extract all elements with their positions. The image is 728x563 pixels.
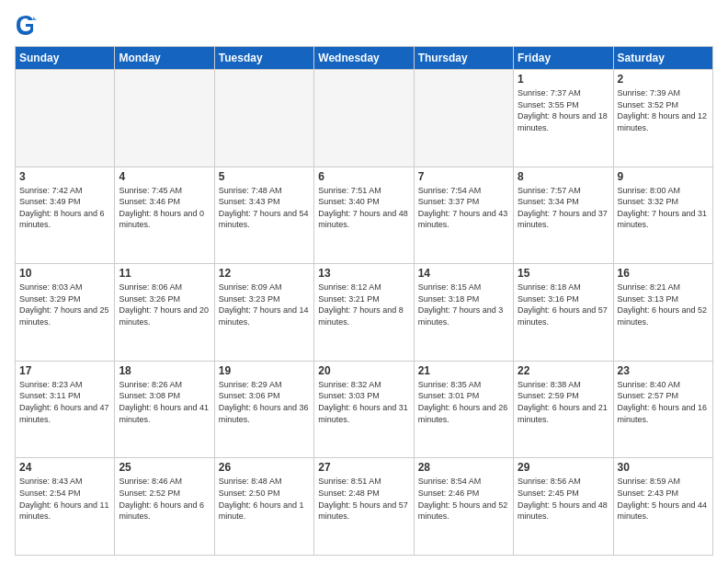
day-number: 30 — [618, 461, 709, 474]
day-info: Sunrise: 7:51 AM Sunset: 3:40 PM Dayligh… — [318, 185, 409, 231]
calendar-cell: 19Sunrise: 8:29 AM Sunset: 3:06 PM Dayli… — [214, 361, 313, 458]
weekday-header-row: SundayMondayTuesdayWednesdayThursdayFrid… — [16, 47, 713, 70]
day-info: Sunrise: 8:32 AM Sunset: 3:03 PM Dayligh… — [318, 379, 409, 425]
calendar-cell: 26Sunrise: 8:48 AM Sunset: 2:50 PM Dayli… — [214, 458, 313, 556]
day-number: 28 — [418, 461, 509, 474]
day-info: Sunrise: 8:12 AM Sunset: 3:21 PM Dayligh… — [318, 282, 409, 327]
weekday-header-sunday: Sunday — [16, 47, 115, 70]
calendar-week-5: 24Sunrise: 8:43 AM Sunset: 2:54 PM Dayli… — [16, 458, 713, 556]
day-info: Sunrise: 7:42 AM Sunset: 3:49 PM Dayligh… — [19, 185, 110, 231]
calendar-cell: 15Sunrise: 8:18 AM Sunset: 3:16 PM Dayli… — [514, 264, 613, 362]
day-number: 26 — [219, 461, 310, 474]
day-info: Sunrise: 8:40 AM Sunset: 2:57 PM Dayligh… — [618, 379, 709, 425]
day-number: 18 — [119, 364, 210, 377]
day-number: 20 — [318, 364, 409, 377]
calendar-cell — [115, 70, 214, 167]
day-number: 2 — [618, 73, 709, 86]
header — [15, 11, 713, 39]
calendar-cell: 28Sunrise: 8:54 AM Sunset: 2:46 PM Dayli… — [414, 458, 513, 556]
day-number: 7 — [418, 170, 509, 183]
calendar-cell: 22Sunrise: 8:38 AM Sunset: 2:59 PM Dayli… — [514, 361, 613, 458]
day-number: 25 — [119, 461, 210, 474]
logo-icon — [15, 11, 37, 39]
day-info: Sunrise: 8:06 AM Sunset: 3:26 PM Dayligh… — [119, 282, 210, 327]
day-number: 27 — [318, 461, 409, 474]
day-number: 12 — [219, 267, 310, 280]
day-number: 9 — [618, 170, 709, 183]
calendar-cell: 9Sunrise: 8:00 AM Sunset: 3:32 PM Daylig… — [613, 167, 712, 264]
calendar-cell: 24Sunrise: 8:43 AM Sunset: 2:54 PM Dayli… — [16, 458, 115, 556]
logo — [15, 11, 40, 39]
calendar-cell: 11Sunrise: 8:06 AM Sunset: 3:26 PM Dayli… — [115, 264, 214, 362]
calendar-cell — [16, 70, 115, 167]
day-info: Sunrise: 8:46 AM Sunset: 2:52 PM Dayligh… — [119, 476, 210, 522]
day-number: 11 — [119, 267, 210, 280]
day-info: Sunrise: 7:37 AM Sunset: 3:55 PM Dayligh… — [518, 87, 609, 133]
day-number: 8 — [518, 170, 609, 183]
day-info: Sunrise: 8:00 AM Sunset: 3:32 PM Dayligh… — [618, 185, 709, 231]
day-info: Sunrise: 8:59 AM Sunset: 2:43 PM Dayligh… — [618, 476, 709, 522]
day-number: 19 — [219, 364, 310, 377]
calendar-cell: 20Sunrise: 8:32 AM Sunset: 3:03 PM Dayli… — [314, 361, 414, 458]
calendar-cell: 18Sunrise: 8:26 AM Sunset: 3:08 PM Dayli… — [115, 361, 214, 458]
calendar-cell: 13Sunrise: 8:12 AM Sunset: 3:21 PM Dayli… — [314, 264, 414, 362]
weekday-header-tuesday: Tuesday — [214, 47, 313, 70]
day-number: 13 — [318, 267, 409, 280]
calendar-cell: 2Sunrise: 7:39 AM Sunset: 3:52 PM Daylig… — [613, 70, 712, 167]
day-info: Sunrise: 7:57 AM Sunset: 3:34 PM Dayligh… — [518, 185, 609, 231]
calendar-cell: 29Sunrise: 8:56 AM Sunset: 2:45 PM Dayli… — [514, 458, 613, 556]
day-number: 22 — [518, 364, 609, 377]
weekday-header-wednesday: Wednesday — [314, 47, 414, 70]
day-number: 16 — [618, 267, 709, 280]
calendar-week-2: 3Sunrise: 7:42 AM Sunset: 3:49 PM Daylig… — [16, 167, 713, 264]
calendar: SundayMondayTuesdayWednesdayThursdayFrid… — [15, 46, 713, 556]
day-info: Sunrise: 7:54 AM Sunset: 3:37 PM Dayligh… — [418, 185, 509, 231]
calendar-cell: 7Sunrise: 7:54 AM Sunset: 3:37 PM Daylig… — [414, 167, 513, 264]
day-info: Sunrise: 8:23 AM Sunset: 3:11 PM Dayligh… — [19, 379, 110, 425]
day-info: Sunrise: 8:43 AM Sunset: 2:54 PM Dayligh… — [19, 476, 110, 522]
calendar-cell: 5Sunrise: 7:48 AM Sunset: 3:43 PM Daylig… — [214, 167, 313, 264]
day-number: 24 — [19, 461, 110, 474]
page: SundayMondayTuesdayWednesdayThursdayFrid… — [0, 0, 728, 563]
weekday-header-thursday: Thursday — [414, 47, 513, 70]
day-info: Sunrise: 8:21 AM Sunset: 3:13 PM Dayligh… — [618, 282, 709, 327]
day-info: Sunrise: 8:35 AM Sunset: 3:01 PM Dayligh… — [418, 379, 509, 425]
calendar-header: SundayMondayTuesdayWednesdayThursdayFrid… — [16, 47, 713, 70]
calendar-week-4: 17Sunrise: 8:23 AM Sunset: 3:11 PM Dayli… — [16, 361, 713, 458]
day-info: Sunrise: 8:09 AM Sunset: 3:23 PM Dayligh… — [219, 282, 310, 327]
calendar-cell: 30Sunrise: 8:59 AM Sunset: 2:43 PM Dayli… — [613, 458, 712, 556]
calendar-week-3: 10Sunrise: 8:03 AM Sunset: 3:29 PM Dayli… — [16, 264, 713, 362]
day-info: Sunrise: 8:26 AM Sunset: 3:08 PM Dayligh… — [119, 379, 210, 425]
weekday-header-monday: Monday — [115, 47, 214, 70]
day-number: 10 — [19, 267, 110, 280]
calendar-cell: 10Sunrise: 8:03 AM Sunset: 3:29 PM Dayli… — [16, 264, 115, 362]
day-number: 3 — [19, 170, 110, 183]
day-info: Sunrise: 8:18 AM Sunset: 3:16 PM Dayligh… — [518, 282, 609, 327]
day-number: 29 — [518, 461, 609, 474]
day-number: 21 — [418, 364, 509, 377]
calendar-cell: 1Sunrise: 7:37 AM Sunset: 3:55 PM Daylig… — [514, 70, 613, 167]
day-number: 23 — [618, 364, 709, 377]
day-info: Sunrise: 8:56 AM Sunset: 2:45 PM Dayligh… — [518, 476, 609, 522]
calendar-cell — [214, 70, 313, 167]
calendar-cell: 25Sunrise: 8:46 AM Sunset: 2:52 PM Dayli… — [115, 458, 214, 556]
calendar-cell: 23Sunrise: 8:40 AM Sunset: 2:57 PM Dayli… — [613, 361, 712, 458]
weekday-header-saturday: Saturday — [613, 47, 712, 70]
calendar-cell: 8Sunrise: 7:57 AM Sunset: 3:34 PM Daylig… — [514, 167, 613, 264]
calendar-cell: 21Sunrise: 8:35 AM Sunset: 3:01 PM Dayli… — [414, 361, 513, 458]
day-info: Sunrise: 8:38 AM Sunset: 2:59 PM Dayligh… — [518, 379, 609, 425]
day-info: Sunrise: 7:39 AM Sunset: 3:52 PM Dayligh… — [618, 87, 709, 133]
day-info: Sunrise: 7:48 AM Sunset: 3:43 PM Dayligh… — [219, 185, 310, 231]
day-number: 17 — [19, 364, 110, 377]
day-info: Sunrise: 8:48 AM Sunset: 2:50 PM Dayligh… — [219, 476, 310, 522]
calendar-cell: 3Sunrise: 7:42 AM Sunset: 3:49 PM Daylig… — [16, 167, 115, 264]
day-number: 14 — [418, 267, 509, 280]
calendar-cell — [314, 70, 414, 167]
calendar-week-1: 1Sunrise: 7:37 AM Sunset: 3:55 PM Daylig… — [16, 70, 713, 167]
calendar-body: 1Sunrise: 7:37 AM Sunset: 3:55 PM Daylig… — [16, 70, 713, 556]
day-info: Sunrise: 8:15 AM Sunset: 3:18 PM Dayligh… — [418, 282, 509, 327]
calendar-cell: 6Sunrise: 7:51 AM Sunset: 3:40 PM Daylig… — [314, 167, 414, 264]
calendar-cell — [414, 70, 513, 167]
day-number: 15 — [518, 267, 609, 280]
day-info: Sunrise: 8:03 AM Sunset: 3:29 PM Dayligh… — [19, 282, 110, 327]
